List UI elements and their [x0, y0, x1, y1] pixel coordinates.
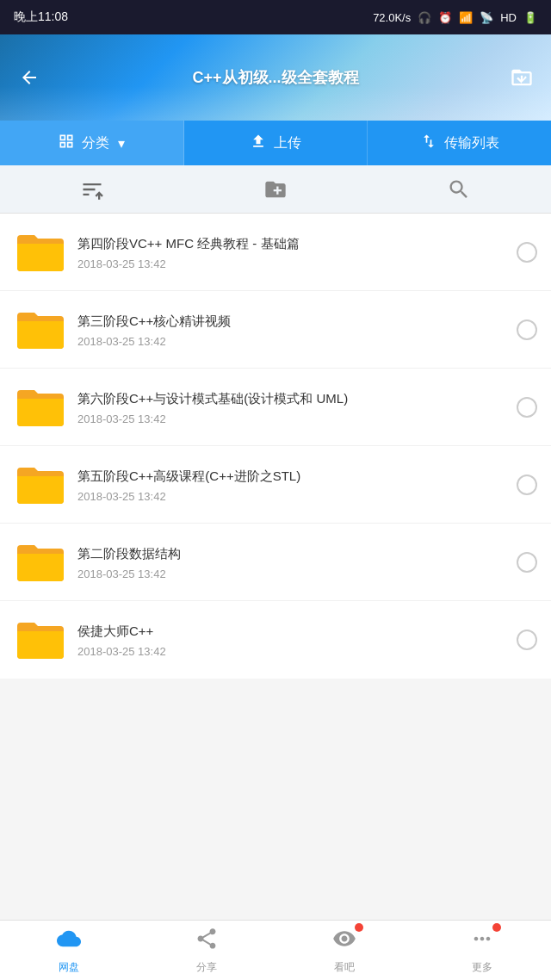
folder-icon [14, 617, 65, 662]
page-title: C++从初级...级全套教程 [45, 67, 506, 88]
status-bar: 晚上11:08 72.0K/s 🎧 ⏰ 📶 📡 HD 🔋 [0, 0, 551, 34]
watch-badge [355, 923, 363, 932]
file-info: 侯捷大师C++ 2018-03-25 13:42 [77, 622, 508, 658]
transfer-icon [420, 133, 437, 154]
folder-icon [14, 540, 65, 585]
toolbar [0, 165, 551, 214]
status-icons: 72.0K/s 🎧 ⏰ 📶 📡 HD 🔋 [373, 11, 537, 24]
bottom-nav: 网盘 分享 看吧 更多 [0, 920, 551, 980]
tab-upload[interactable]: 上传 [184, 121, 368, 165]
folder-icon [14, 230, 65, 275]
nav-item-watch[interactable]: 看吧 [276, 927, 413, 975]
classify-arrow: ▾ [118, 135, 125, 152]
tab-upload-label: 上传 [274, 134, 301, 152]
file-date: 2018-03-25 13:42 [77, 257, 508, 270]
file-date: 2018-03-25 13:42 [77, 645, 508, 658]
file-date: 2018-03-25 13:42 [77, 490, 508, 503]
file-name: 侯捷大师C++ [77, 622, 508, 640]
back-button[interactable] [14, 62, 45, 93]
file-name: 第六阶段C++与设计模式基础(设计模式和 UML) [77, 389, 508, 407]
add-folder-button[interactable] [255, 169, 296, 210]
tab-classify-label: 分类 [82, 134, 109, 152]
list-item[interactable]: 第五阶段C++高级课程(C++进阶之STL) 2018-03-25 13:42 [0, 446, 551, 524]
file-info: 第二阶段数据结构 2018-03-25 13:42 [77, 544, 508, 580]
file-select-circle[interactable] [517, 319, 537, 340]
header: C++从初级...级全套教程 [0, 34, 551, 121]
folder-icon [14, 307, 65, 352]
nav-label-cloud: 网盘 [59, 960, 79, 975]
folder-action-icon[interactable] [506, 62, 537, 93]
share-icon [195, 927, 219, 957]
file-select-circle[interactable] [517, 242, 537, 263]
file-info: 第三阶段C++核心精讲视频 2018-03-25 13:42 [77, 312, 508, 348]
file-date: 2018-03-25 13:42 [77, 568, 508, 580]
tab-bar: 分类 ▾ 上传 传输列表 [0, 121, 551, 165]
search-button[interactable] [438, 169, 480, 210]
folder-icon [14, 385, 65, 430]
more-badge [492, 923, 501, 932]
file-list-container: 第四阶段VC++ MFC 经典教程 - 基础篇 2018-03-25 13:42… [0, 214, 551, 920]
classify-icon [58, 133, 75, 154]
file-select-circle[interactable] [517, 474, 537, 495]
sort-button[interactable] [71, 169, 113, 210]
file-date: 2018-03-25 13:42 [77, 335, 508, 348]
signal-icon: 📡 [480, 11, 493, 24]
cloud-icon [57, 927, 81, 957]
wifi-icon: 📶 [459, 11, 473, 24]
more-icon [470, 927, 494, 957]
nav-label-watch: 看吧 [334, 960, 355, 975]
tab-classify[interactable]: 分类 ▾ [0, 121, 184, 165]
nav-item-cloud[interactable]: 网盘 [0, 927, 138, 975]
file-date: 2018-03-25 13:42 [77, 412, 508, 425]
file-name: 第三阶段C++核心精讲视频 [77, 312, 508, 330]
file-select-circle[interactable] [517, 397, 537, 418]
file-select-circle[interactable] [517, 630, 537, 650]
file-name: 第二阶段数据结构 [77, 544, 508, 562]
file-select-circle[interactable] [517, 552, 537, 573]
battery-icon: 🔋 [523, 11, 537, 24]
tab-transfer[interactable]: 传输列表 [368, 121, 551, 165]
headphone-icon: 🎧 [418, 11, 431, 24]
nav-item-share[interactable]: 分享 [138, 927, 276, 975]
tab-transfer-label: 传输列表 [444, 134, 499, 152]
file-list: 第四阶段VC++ MFC 经典教程 - 基础篇 2018-03-25 13:42… [0, 214, 551, 679]
file-name: 第五阶段C++高级课程(C++进阶之STL) [77, 467, 508, 485]
file-info: 第五阶段C++高级课程(C++进阶之STL) 2018-03-25 13:42 [77, 467, 508, 503]
list-item[interactable]: 第二阶段数据结构 2018-03-25 13:42 [0, 524, 551, 601]
list-item[interactable]: 第六阶段C++与设计模式基础(设计模式和 UML) 2018-03-25 13:… [0, 369, 551, 446]
alarm-icon: ⏰ [438, 11, 452, 24]
list-item[interactable]: 第三阶段C++核心精讲视频 2018-03-25 13:42 [0, 291, 551, 369]
hd-label: HD [500, 11, 517, 24]
file-info: 第六阶段C++与设计模式基础(设计模式和 UML) 2018-03-25 13:… [77, 389, 508, 425]
nav-label-more: 更多 [472, 960, 492, 975]
folder-icon [14, 462, 65, 507]
file-name: 第四阶段VC++ MFC 经典教程 - 基础篇 [77, 234, 508, 252]
list-item[interactable]: 第四阶段VC++ MFC 经典教程 - 基础篇 2018-03-25 13:42 [0, 214, 551, 291]
nav-label-share: 分享 [196, 960, 217, 975]
status-time: 晚上11:08 [14, 9, 68, 25]
network-speed: 72.0K/s [373, 11, 411, 24]
file-info: 第四阶段VC++ MFC 经典教程 - 基础篇 2018-03-25 13:42 [77, 234, 508, 270]
nav-item-more[interactable]: 更多 [413, 927, 551, 975]
eye-icon [332, 927, 356, 957]
upload-icon [250, 133, 267, 154]
list-item[interactable]: 侯捷大师C++ 2018-03-25 13:42 [0, 601, 551, 679]
